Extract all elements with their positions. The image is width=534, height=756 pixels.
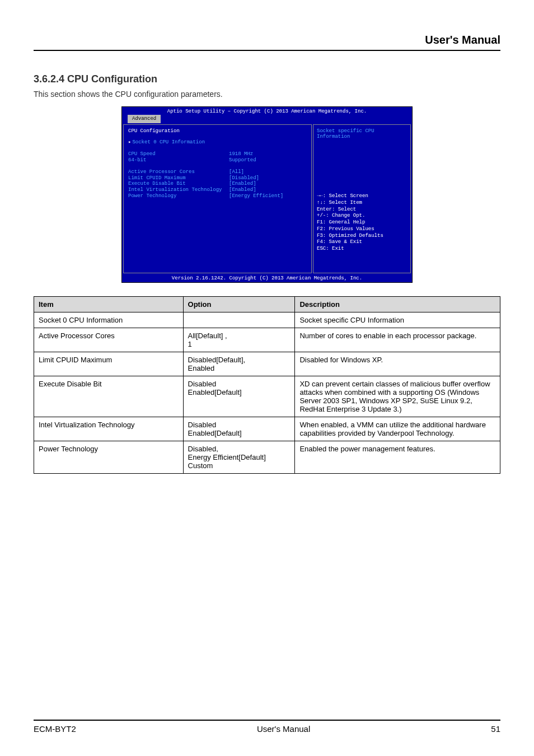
- bios-left-title: CPU Configuration: [128, 128, 307, 134]
- submenu-arrow-icon: ▸: [128, 139, 131, 146]
- bios-tabs: Advanced: [122, 115, 412, 123]
- bios-keyhelp: →←: Select Screen ↑↓: Select Item Enter:…: [317, 193, 407, 252]
- table-row: Execute Disable BitDisabled Enabled[Defa…: [34, 376, 500, 417]
- td-option: Disabled Enabled[Default]: [183, 417, 295, 441]
- bios-info-label: CPU Speed: [128, 151, 229, 157]
- bios-opt-row: Active Processor Cores [All]: [128, 169, 307, 175]
- td-item: Limit CPUID Maximum: [34, 352, 184, 376]
- bios-keyhelp-line: ↑↓: Select Item: [317, 200, 407, 207]
- bios-right-desc: Socket specific CPU Information: [317, 128, 407, 179]
- bios-opt-row: Power Technology [Energy Efficient]: [128, 193, 307, 199]
- table-row: Active Processor CoresAll[Default] , 1Nu…: [34, 328, 500, 352]
- td-description: Enabled the power management features.: [295, 441, 500, 474]
- section-sub: This section shows the CPU configuration…: [34, 90, 500, 99]
- bios-info-label: 64-bit: [128, 157, 229, 164]
- table-row: Limit CPUID MaximumDisabled[Default], En…: [34, 352, 500, 376]
- bios-opt-value: [Energy Efficient]: [229, 193, 283, 199]
- th-item: Item: [34, 297, 184, 312]
- bios-keyhelp-line: +/-: Change Opt.: [317, 213, 407, 220]
- td-item: Intel Virtualization Technology: [34, 417, 184, 441]
- bios-screenshot: Aptio Setup Utility – Copyright (C) 2013…: [34, 106, 500, 283]
- bios-left-pane: CPU Configuration ▸ Socket 0 CPU Informa…: [123, 124, 312, 273]
- bios-bottom-bar: Version 2.16.1242. Copyright (C) 2013 Am…: [122, 274, 412, 283]
- td-description: Disabled for Windows XP.: [295, 352, 500, 376]
- bios-frame: Aptio Setup Utility – Copyright (C) 2013…: [121, 106, 413, 283]
- td-option: All[Default] , 1: [183, 328, 295, 352]
- bios-keyhelp-line: F2: Previous Values: [317, 226, 407, 233]
- bios-opt-value: [Enabled]: [229, 187, 256, 193]
- section-heading: 3.6.2.4 CPU Configuration: [34, 73, 500, 85]
- td-item: Power Technology: [34, 441, 184, 474]
- td-option: Disabled, Energy Efficient[Default] Cust…: [183, 441, 295, 474]
- bios-info-value: Supported: [229, 157, 256, 164]
- table-body: Socket 0 CPU InformationSocket specific …: [34, 312, 500, 474]
- header-title: User's Manual: [34, 34, 500, 46]
- bios-keyhelp-line: ESC: Exit: [317, 246, 407, 253]
- bios-opt-label: Execute Disable Bit: [128, 181, 229, 187]
- td-item: Socket 0 CPU Information: [34, 312, 184, 328]
- bios-info-value: 1918 MHz: [229, 151, 253, 157]
- table-header-row: Item Option Description: [34, 297, 500, 312]
- bios-opt-row: Intel Virtualization Technology [Enabled…: [128, 187, 307, 193]
- td-description: When enabled, a VMM can utilize the addi…: [295, 417, 500, 441]
- bios-tab-advanced: Advanced: [128, 115, 161, 123]
- bios-info-row: 64-bit Supported: [128, 157, 307, 164]
- bios-title-bar: Aptio Setup Utility – Copyright (C) 2013…: [122, 107, 412, 115]
- td-option: [183, 312, 295, 328]
- td-option: Disabled[Default], Enabled: [183, 352, 295, 376]
- td-description: Socket specific CPU Information: [295, 312, 500, 328]
- bios-info-row: CPU Speed 1918 MHz: [128, 151, 307, 157]
- bios-opt-label: Limit CPUID Maximum: [128, 175, 229, 181]
- td-option: Disabled Enabled[Default]: [183, 376, 295, 417]
- footer-center: User's Manual: [257, 724, 310, 734]
- bios-opt-row: Execute Disable Bit [Enabled]: [128, 181, 307, 187]
- footer-left: ECM-BYT2: [34, 724, 76, 734]
- td-item: Execute Disable Bit: [34, 376, 184, 417]
- bios-opt-value: [Enabled]: [229, 181, 256, 187]
- th-description: Description: [295, 297, 500, 312]
- table-row: Intel Virtualization TechnologyDisabled …: [34, 417, 500, 441]
- bios-opt-label: Active Processor Cores: [128, 169, 229, 175]
- bios-opt-value: [All]: [229, 169, 244, 175]
- footer-row: ECM-BYT2 User's Manual 51: [34, 724, 500, 734]
- bios-submenu-label: Socket 0 CPU Information: [132, 139, 205, 146]
- bios-right-pane: Socket specific CPU Information →←: Sele…: [313, 124, 411, 273]
- bios-submenu: ▸ Socket 0 CPU Information: [128, 139, 307, 146]
- table-row: Socket 0 CPU InformationSocket specific …: [34, 312, 500, 328]
- bios-keyhelp-line: F4: Save & Exit: [317, 239, 407, 246]
- bios-keyhelp-line: F1: General Help: [317, 220, 407, 226]
- bios-opt-row: Limit CPUID Maximum [Disabled]: [128, 175, 307, 181]
- settings-table: Item Option Description Socket 0 CPU Inf…: [34, 296, 500, 474]
- footer-divider: [34, 720, 500, 721]
- footer-right: 51: [491, 724, 500, 734]
- bios-keyhelp-line: Enter: Select: [317, 207, 407, 213]
- td-item: Active Processor Cores: [34, 328, 184, 352]
- bios-opt-value: [Disabled]: [229, 175, 259, 181]
- td-description: XD can prevent certain classes of malici…: [295, 376, 500, 417]
- page-footer: ECM-BYT2 User's Manual 51: [34, 720, 500, 734]
- bios-opt-label: Intel Virtualization Technology: [128, 187, 229, 193]
- bios-keyhelp-line: →←: Select Screen: [317, 193, 407, 200]
- header-divider: [34, 50, 500, 51]
- th-option: Option: [183, 297, 295, 312]
- bios-keyhelp-line: F3: Optimized Defaults: [317, 233, 407, 240]
- table-row: Power TechnologyDisabled, Energy Efficie…: [34, 441, 500, 474]
- td-description: Number of cores to enable in each proces…: [295, 328, 500, 352]
- bios-opt-label: Power Technology: [128, 193, 229, 199]
- bios-body: CPU Configuration ▸ Socket 0 CPU Informa…: [122, 123, 412, 274]
